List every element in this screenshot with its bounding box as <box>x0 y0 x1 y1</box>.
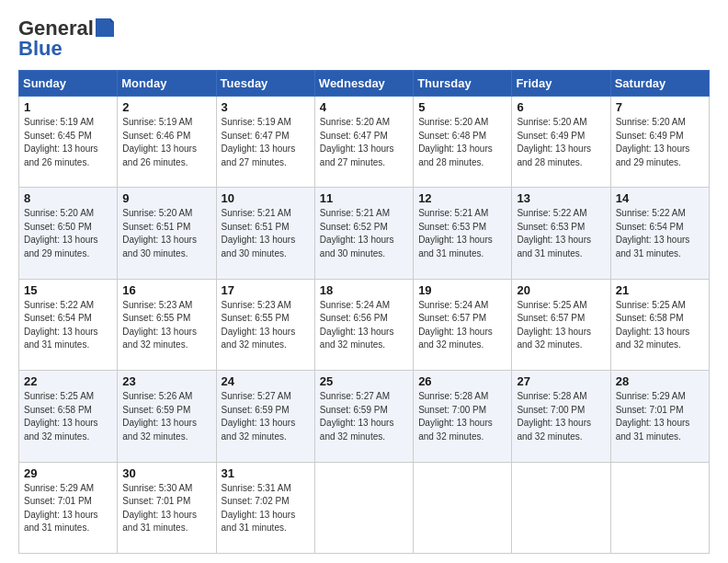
day-number: 15 <box>24 283 112 297</box>
calendar-cell: 5Sunrise: 5:20 AMSunset: 6:48 PMDaylight… <box>414 97 512 188</box>
day-info: Sunrise: 5:21 AMSunset: 6:51 PMDaylight:… <box>222 208 296 259</box>
day-number: 29 <box>24 466 112 480</box>
day-info: Sunrise: 5:19 AMSunset: 6:47 PMDaylight:… <box>222 117 296 167</box>
day-info: Sunrise: 5:29 AMSunset: 7:01 PMDaylight:… <box>24 483 98 534</box>
logo-arrow-icon <box>96 18 114 37</box>
calendar-cell: 10Sunrise: 5:21 AMSunset: 6:51 PMDayligh… <box>216 188 314 279</box>
calendar-cell: 7Sunrise: 5:20 AMSunset: 6:49 PMDaylight… <box>610 97 709 188</box>
day-number: 20 <box>517 283 605 297</box>
col-header-thursday: Thursday <box>414 71 512 97</box>
day-info: Sunrise: 5:20 AMSunset: 6:49 PMDaylight:… <box>616 117 690 167</box>
calendar-cell: 28Sunrise: 5:29 AMSunset: 7:01 PMDayligh… <box>610 371 709 462</box>
day-info: Sunrise: 5:21 AMSunset: 6:52 PMDaylight:… <box>320 208 394 259</box>
day-info: Sunrise: 5:25 AMSunset: 6:58 PMDaylight:… <box>616 300 690 350</box>
day-info: Sunrise: 5:28 AMSunset: 7:00 PMDaylight:… <box>517 391 591 442</box>
col-header-friday: Friday <box>512 71 610 97</box>
day-info: Sunrise: 5:25 AMSunset: 6:57 PMDaylight:… <box>517 300 591 350</box>
day-number: 4 <box>320 100 408 114</box>
calendar-cell: 3Sunrise: 5:19 AMSunset: 6:47 PMDaylight… <box>216 97 314 188</box>
calendar-cell: 1Sunrise: 5:19 AMSunset: 6:45 PMDaylight… <box>19 97 118 188</box>
day-info: Sunrise: 5:19 AMSunset: 6:45 PMDaylight:… <box>24 117 98 167</box>
day-number: 31 <box>222 466 310 480</box>
calendar-cell: 24Sunrise: 5:27 AMSunset: 6:59 PMDayligh… <box>216 371 314 462</box>
day-number: 12 <box>418 191 506 205</box>
day-number: 19 <box>418 283 506 297</box>
day-info: Sunrise: 5:20 AMSunset: 6:49 PMDaylight:… <box>517 117 591 167</box>
day-number: 2 <box>122 100 210 114</box>
day-number: 3 <box>222 100 310 114</box>
day-info: Sunrise: 5:27 AMSunset: 6:59 PMDaylight:… <box>320 391 394 442</box>
day-info: Sunrise: 5:30 AMSunset: 7:01 PMDaylight:… <box>122 483 197 534</box>
calendar-cell: 26Sunrise: 5:28 AMSunset: 7:00 PMDayligh… <box>414 371 512 462</box>
logo-blue: Blue <box>18 37 63 61</box>
calendar-cell: 16Sunrise: 5:23 AMSunset: 6:55 PMDayligh… <box>118 279 216 370</box>
col-header-wednesday: Wednesday <box>314 71 413 97</box>
day-info: Sunrise: 5:31 AMSunset: 7:02 PMDaylight:… <box>222 483 296 534</box>
calendar-cell: 29Sunrise: 5:29 AMSunset: 7:01 PMDayligh… <box>19 462 118 553</box>
day-info: Sunrise: 5:27 AMSunset: 6:59 PMDaylight:… <box>222 391 296 442</box>
calendar-cell <box>610 462 709 553</box>
day-info: Sunrise: 5:19 AMSunset: 6:46 PMDaylight:… <box>122 117 197 167</box>
day-info: Sunrise: 5:25 AMSunset: 6:58 PMDaylight:… <box>24 391 98 442</box>
day-number: 24 <box>222 374 310 388</box>
day-number: 18 <box>320 283 408 297</box>
calendar-cell: 13Sunrise: 5:22 AMSunset: 6:53 PMDayligh… <box>512 188 610 279</box>
logo: General Blue <box>18 17 114 61</box>
day-number: 25 <box>320 374 408 388</box>
day-number: 16 <box>122 283 210 297</box>
day-info: Sunrise: 5:20 AMSunset: 6:47 PMDaylight:… <box>320 117 394 167</box>
calendar-cell: 9Sunrise: 5:20 AMSunset: 6:51 PMDaylight… <box>118 188 216 279</box>
calendar-table: SundayMondayTuesdayWednesdayThursdayFrid… <box>18 70 710 554</box>
day-info: Sunrise: 5:29 AMSunset: 7:01 PMDaylight:… <box>616 391 690 442</box>
day-number: 7 <box>616 100 704 114</box>
day-info: Sunrise: 5:20 AMSunset: 6:48 PMDaylight:… <box>418 117 493 167</box>
day-number: 5 <box>418 100 506 114</box>
calendar-cell: 6Sunrise: 5:20 AMSunset: 6:49 PMDaylight… <box>512 97 610 188</box>
day-number: 11 <box>320 191 408 205</box>
calendar-cell: 22Sunrise: 5:25 AMSunset: 6:58 PMDayligh… <box>19 371 118 462</box>
day-info: Sunrise: 5:23 AMSunset: 6:55 PMDaylight:… <box>122 300 197 350</box>
calendar-cell <box>512 462 610 553</box>
day-number: 9 <box>122 191 210 205</box>
day-number: 26 <box>418 374 506 388</box>
calendar-cell: 21Sunrise: 5:25 AMSunset: 6:58 PMDayligh… <box>610 279 709 370</box>
header: General Blue <box>18 17 710 61</box>
col-header-tuesday: Tuesday <box>216 71 314 97</box>
calendar-cell: 27Sunrise: 5:28 AMSunset: 7:00 PMDayligh… <box>512 371 610 462</box>
calendar-cell: 17Sunrise: 5:23 AMSunset: 6:55 PMDayligh… <box>216 279 314 370</box>
svg-marker-1 <box>110 18 114 22</box>
day-number: 28 <box>616 374 704 388</box>
col-header-saturday: Saturday <box>610 71 709 97</box>
calendar-cell: 4Sunrise: 5:20 AMSunset: 6:47 PMDaylight… <box>314 97 413 188</box>
calendar-cell: 19Sunrise: 5:24 AMSunset: 6:57 PMDayligh… <box>414 279 512 370</box>
day-info: Sunrise: 5:28 AMSunset: 7:00 PMDaylight:… <box>418 391 493 442</box>
day-info: Sunrise: 5:22 AMSunset: 6:54 PMDaylight:… <box>616 208 690 259</box>
day-number: 17 <box>222 283 310 297</box>
day-info: Sunrise: 5:24 AMSunset: 6:57 PMDaylight:… <box>418 300 493 350</box>
day-number: 30 <box>122 466 210 480</box>
calendar-cell: 8Sunrise: 5:20 AMSunset: 6:50 PMDaylight… <box>19 188 118 279</box>
day-number: 10 <box>222 191 310 205</box>
calendar-cell: 11Sunrise: 5:21 AMSunset: 6:52 PMDayligh… <box>314 188 413 279</box>
calendar-cell: 20Sunrise: 5:25 AMSunset: 6:57 PMDayligh… <box>512 279 610 370</box>
day-number: 23 <box>122 374 210 388</box>
day-info: Sunrise: 5:24 AMSunset: 6:56 PMDaylight:… <box>320 300 394 350</box>
day-number: 6 <box>517 100 605 114</box>
day-number: 13 <box>517 191 605 205</box>
day-info: Sunrise: 5:22 AMSunset: 6:53 PMDaylight:… <box>517 208 591 259</box>
day-info: Sunrise: 5:23 AMSunset: 6:55 PMDaylight:… <box>222 300 296 350</box>
col-header-sunday: Sunday <box>19 71 118 97</box>
day-number: 1 <box>24 100 112 114</box>
col-header-monday: Monday <box>118 71 216 97</box>
day-number: 8 <box>24 191 112 205</box>
calendar-cell: 18Sunrise: 5:24 AMSunset: 6:56 PMDayligh… <box>314 279 413 370</box>
calendar-cell: 14Sunrise: 5:22 AMSunset: 6:54 PMDayligh… <box>610 188 709 279</box>
calendar-cell <box>414 462 512 553</box>
calendar-cell: 31Sunrise: 5:31 AMSunset: 7:02 PMDayligh… <box>216 462 314 553</box>
calendar-cell <box>314 462 413 553</box>
calendar-cell: 23Sunrise: 5:26 AMSunset: 6:59 PMDayligh… <box>118 371 216 462</box>
day-info: Sunrise: 5:20 AMSunset: 6:51 PMDaylight:… <box>122 208 197 259</box>
day-info: Sunrise: 5:20 AMSunset: 6:50 PMDaylight:… <box>24 208 98 259</box>
day-number: 27 <box>517 374 605 388</box>
calendar-cell: 25Sunrise: 5:27 AMSunset: 6:59 PMDayligh… <box>314 371 413 462</box>
